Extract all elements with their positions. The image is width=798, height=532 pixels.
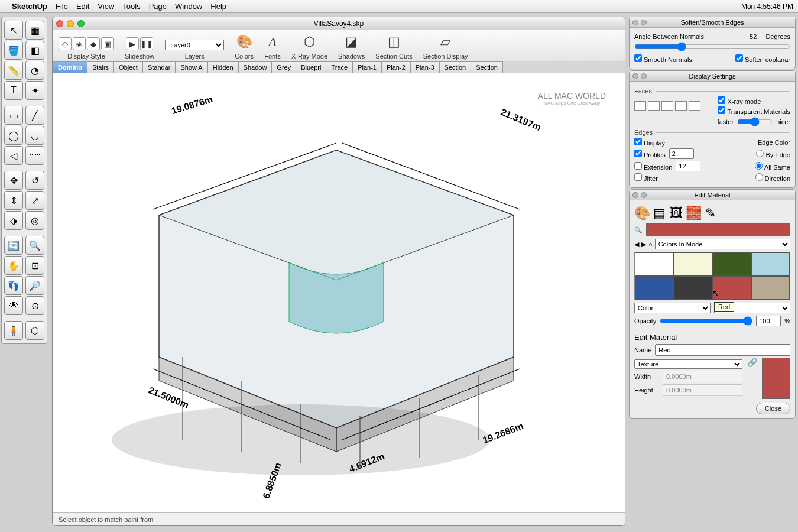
panel-min-icon[interactable] <box>641 192 647 198</box>
tab-object[interactable]: Object <box>113 61 143 73</box>
close-window-icon[interactable] <box>56 20 63 27</box>
tab-hidden[interactable]: Hidden <box>207 61 239 73</box>
tab-show-a[interactable]: Show A <box>175 61 207 73</box>
fonts-icon[interactable]: A <box>264 34 281 50</box>
circle-tool[interactable]: ◯ <box>4 126 23 145</box>
nav-fwd-icon[interactable]: ▶ <box>641 241 646 248</box>
panel-min-icon[interactable] <box>641 20 647 25</box>
opacity-slider[interactable] <box>660 316 752 326</box>
quality-slider[interactable] <box>737 117 773 126</box>
titlebar[interactable]: VillaSavoy4.skp <box>53 17 625 30</box>
select-tool[interactable]: ↖ <box>4 21 23 40</box>
smooth-normals-check[interactable]: Smooth Normals <box>634 54 692 63</box>
model-canvas[interactable]: ALL MAC WORLD MAC Apps One Click Away 19… <box>53 73 625 512</box>
panel-close-icon[interactable] <box>632 20 638 25</box>
play-icon[interactable]: ▶ <box>126 37 139 50</box>
menu-page[interactable]: Page <box>149 2 167 11</box>
transparent-check[interactable]: Transparent Materials <box>718 106 790 115</box>
protractor-tool[interactable]: ◔ <box>25 61 44 80</box>
app-name[interactable]: SketchUp <box>12 2 47 11</box>
face-style-3[interactable] <box>661 101 673 111</box>
position-camera-tool[interactable]: ⊙ <box>25 296 44 315</box>
shadows-icon[interactable]: ◪ <box>343 34 360 50</box>
scale-tool[interactable]: ⤢ <box>25 191 44 210</box>
material-color-icon[interactable]: 🎨 <box>634 206 650 221</box>
search-icon[interactable]: 🔍 <box>634 226 643 234</box>
panel-close-icon[interactable] <box>632 192 638 198</box>
menu-help[interactable]: Help <box>210 2 226 11</box>
minimize-window-icon[interactable] <box>67 20 74 27</box>
xray-mode-check[interactable]: X-ray mode <box>718 96 790 105</box>
texture-select[interactable]: Texture <box>634 359 742 369</box>
panel-min-icon[interactable] <box>641 73 647 79</box>
look-tool[interactable]: 👁 <box>4 296 23 315</box>
axes-tool[interactable]: ✦ <box>25 81 44 100</box>
swatch-blue[interactable] <box>635 276 674 300</box>
swatch-darkgrey[interactable] <box>674 276 713 300</box>
walk-tool[interactable]: 👣 <box>4 276 23 295</box>
display-edges-check[interactable]: Display <box>634 138 665 147</box>
pause-icon[interactable]: ❚❚ <box>140 37 153 50</box>
zoom-extents-tool[interactable]: 🔎 <box>25 276 44 295</box>
panel-close-icon[interactable] <box>632 73 638 79</box>
person-tool[interactable]: 🧍 <box>4 321 23 340</box>
width-input[interactable] <box>663 371 742 382</box>
tab-plan-3[interactable]: Plan-3 <box>410 61 440 73</box>
xray-icon[interactable]: ⬡ <box>301 34 318 50</box>
offset-tool[interactable]: ◎ <box>25 211 44 230</box>
face-style-4[interactable] <box>675 101 687 111</box>
tab-trace[interactable]: Trace <box>326 61 353 73</box>
tab-shadow[interactable]: Shadow <box>238 61 273 73</box>
current-material-swatch[interactable] <box>646 223 790 236</box>
library-select[interactable]: Colors In Model <box>655 239 790 249</box>
material-new-icon[interactable]: ✎ <box>703 206 718 221</box>
close-button[interactable]: Close <box>756 403 790 414</box>
style-texture-icon[interactable]: ▣ <box>101 37 114 50</box>
section-cuts-icon[interactable]: ◫ <box>386 34 403 50</box>
material-image-icon[interactable]: 🖼 <box>669 206 684 221</box>
move-tool[interactable]: ✥ <box>4 171 23 190</box>
nav-back-icon[interactable]: ◀ <box>634 241 639 248</box>
tab-stairs[interactable]: Stairs <box>87 61 114 73</box>
swatch-olive[interactable] <box>712 252 751 276</box>
profiles-check[interactable]: Profiles <box>634 150 666 158</box>
menu-file[interactable]: File <box>56 2 68 11</box>
face-style-1[interactable] <box>634 101 646 111</box>
menu-view[interactable]: View <box>98 2 114 11</box>
pan-tool[interactable]: ✋ <box>4 256 23 275</box>
material-name-input[interactable] <box>655 344 790 356</box>
swatch-white[interactable] <box>635 252 674 276</box>
by-edge-radio[interactable]: By Edge <box>756 150 790 158</box>
swatch-tan[interactable] <box>751 276 790 300</box>
tape-tool[interactable]: 📏 <box>4 61 23 80</box>
face-style-2[interactable] <box>648 101 660 111</box>
opacity-input[interactable] <box>756 316 781 326</box>
arc-tool[interactable]: ◡ <box>25 126 44 145</box>
tab-bluepri[interactable]: Bluepri <box>296 61 326 73</box>
zoom-window-icon[interactable] <box>77 20 85 27</box>
height-input[interactable] <box>663 384 742 396</box>
swatch-lightblue[interactable] <box>751 252 790 276</box>
tab-standar[interactable]: Standar <box>142 61 176 73</box>
direction-radio[interactable]: Direction <box>755 173 790 182</box>
style-shaded-icon[interactable]: ◆ <box>87 37 100 50</box>
eraser-tool[interactable]: ◧ <box>25 41 44 60</box>
polygon-tool[interactable]: ◁ <box>4 146 23 165</box>
menu-tools[interactable]: Tools <box>122 2 140 11</box>
style-wire-icon[interactable]: ◇ <box>59 37 72 50</box>
menu-edit[interactable]: Edit <box>76 2 89 11</box>
color-mode-select[interactable]: Color <box>634 303 711 313</box>
material-brick-icon[interactable]: 🧱 <box>686 206 701 221</box>
tab-section-1[interactable]: Section <box>439 61 472 73</box>
layer-select[interactable]: Layer0 <box>165 40 224 50</box>
extension-check[interactable]: Extension <box>634 162 672 171</box>
followme-tool[interactable]: ⬗ <box>4 211 23 230</box>
material-list-icon[interactable]: ▤ <box>651 206 667 221</box>
rotate-tool[interactable]: ↺ <box>25 171 44 190</box>
tab-grey[interactable]: Grey <box>271 61 296 73</box>
section-tool[interactable]: ⬡ <box>25 321 44 340</box>
menu-window[interactable]: Window <box>175 2 202 11</box>
jitter-check[interactable]: Jitter <box>634 173 658 182</box>
soften-coplanar-check[interactable]: Soften coplanar <box>735 54 790 63</box>
tab-section-2[interactable]: Section <box>471 61 503 73</box>
